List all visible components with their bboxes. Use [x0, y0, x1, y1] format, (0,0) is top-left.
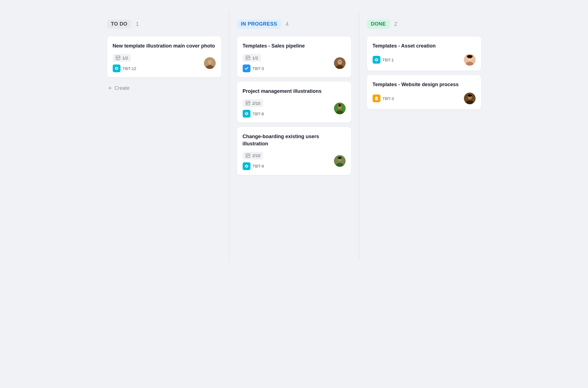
card-todo-1-title: New template illustration main cover pho…	[113, 43, 216, 49]
card-meta-left: 2/10 TBT-8	[243, 99, 264, 118]
ticket-badge: TBT-12	[113, 64, 136, 72]
svg-point-26	[338, 157, 342, 159]
svg-point-5	[208, 60, 211, 64]
ticket-icon-cyan	[243, 162, 250, 170]
column-inprogress-title: IN PROGRESS	[237, 19, 281, 29]
avatar-man1-ip1	[334, 57, 346, 69]
card-ip-1-meta: 1/2 TBT-3	[243, 54, 346, 72]
card-ip-1-title: Templates - Sales pipeline	[243, 43, 346, 49]
ticket-id: TBT-12	[123, 66, 136, 71]
svg-point-19	[338, 104, 341, 107]
avatar-woman1	[464, 54, 476, 66]
checklist-badge: 1/2	[113, 54, 131, 62]
kanban-board: TO DO 1 New template illustration main c…	[99, 11, 489, 261]
card-ip-2-meta: 2/10 TBT-8	[243, 99, 346, 118]
ticket-icon-yellow	[373, 94, 380, 102]
ticket-id: TBT-9	[253, 164, 264, 168]
checklist-badge: 1/2	[243, 54, 261, 62]
card-todo-1[interactable]: New template illustration main cover pho…	[107, 36, 221, 77]
checklist-icon	[245, 55, 250, 60]
ticket-id: TBT-8	[253, 111, 264, 116]
checklist-icon	[245, 101, 250, 106]
create-button[interactable]: + Create	[107, 82, 131, 94]
avatar-man2-ip2	[334, 103, 346, 114]
checklist-badge: 2/10	[243, 99, 263, 107]
column-inprogress-header: IN PROGRESS 4	[237, 19, 351, 29]
card-ip-3[interactable]: Change-boarding existing users illustrat…	[237, 127, 351, 175]
card-ip-2[interactable]: Project management illustrations 2/10	[237, 82, 351, 123]
column-todo: TO DO 1 New template illustration main c…	[99, 11, 229, 261]
card-done-1[interactable]: Templates - Asset creation TBT-1	[367, 36, 481, 71]
card-done-2[interactable]: Templates - Website design process TBT-3	[367, 75, 481, 109]
ticket-badge: TBT-8	[243, 110, 264, 118]
ticket-badge: TBT-3	[373, 94, 394, 102]
checklist-count: 1/2	[122, 56, 128, 60]
ticket-badge: TBT-9	[243, 162, 264, 170]
column-done: DONE 2 Templates - Asset creation TBT-1	[359, 11, 489, 261]
create-label: Create	[114, 85, 129, 91]
column-done-count: 2	[394, 21, 397, 27]
ticket-id: TBT-1	[383, 58, 394, 62]
svg-rect-33	[375, 97, 378, 100]
ticket-id: TBT-3	[383, 96, 394, 101]
checklist-badge: 2/10	[243, 152, 263, 160]
card-meta-left: 2/10 TBT-9	[243, 152, 264, 170]
checklist-count: 2/10	[252, 153, 260, 158]
checklist-count: 1/2	[252, 56, 258, 60]
ticket-badge: TBT-3	[243, 64, 264, 72]
ticket-badge: TBT-1	[373, 56, 394, 64]
column-todo-header: TO DO 1	[107, 19, 221, 29]
card-meta-left: TBT-1	[373, 56, 394, 64]
svg-point-39	[468, 94, 472, 97]
column-done-title: DONE	[367, 19, 390, 29]
card-done-2-title: Templates - Website design process	[373, 81, 476, 88]
ticket-icon-cyan	[113, 64, 120, 72]
column-inprogress-count: 4	[286, 21, 289, 27]
card-meta-left: 1/2 TBT-12	[113, 54, 136, 72]
column-inprogress: IN PROGRESS 4 Templates - Sales pipeline	[229, 11, 359, 261]
ticket-id: TBT-3	[253, 66, 264, 71]
card-ip-2-title: Project management illustrations	[243, 88, 346, 95]
avatar-man2-dark	[464, 93, 476, 104]
ticket-icon-blue-check	[243, 64, 250, 72]
card-done-1-title: Templates - Asset creation	[373, 43, 476, 49]
plus-icon: +	[108, 84, 112, 92]
checklist-icon	[115, 55, 120, 60]
card-todo-1-meta: 1/2 TBT-12	[113, 54, 216, 72]
checklist-count: 2/10	[252, 101, 260, 106]
avatar-man1	[204, 57, 216, 69]
ticket-icon-cyan	[373, 56, 380, 64]
avatar-man2-ip3	[334, 155, 346, 167]
card-meta-left: TBT-3	[373, 94, 394, 102]
card-ip-3-meta: 2/10 TBT-9	[243, 152, 346, 170]
card-ip-1[interactable]: Templates - Sales pipeline 1/2	[237, 36, 351, 77]
svg-point-12	[339, 61, 341, 62]
column-todo-title: TO DO	[107, 19, 131, 29]
column-done-header: DONE 2	[367, 19, 481, 29]
ticket-icon-cyan	[243, 110, 250, 118]
column-todo-count: 1	[136, 21, 139, 27]
card-ip-3-title: Change-boarding existing users illustrat…	[243, 133, 346, 147]
svg-point-32	[467, 55, 473, 57]
checklist-icon	[245, 153, 250, 158]
card-done-1-meta: TBT-1	[373, 54, 476, 66]
card-meta-left: 1/2 TBT-3	[243, 54, 264, 72]
card-done-2-meta: TBT-3	[373, 93, 476, 104]
